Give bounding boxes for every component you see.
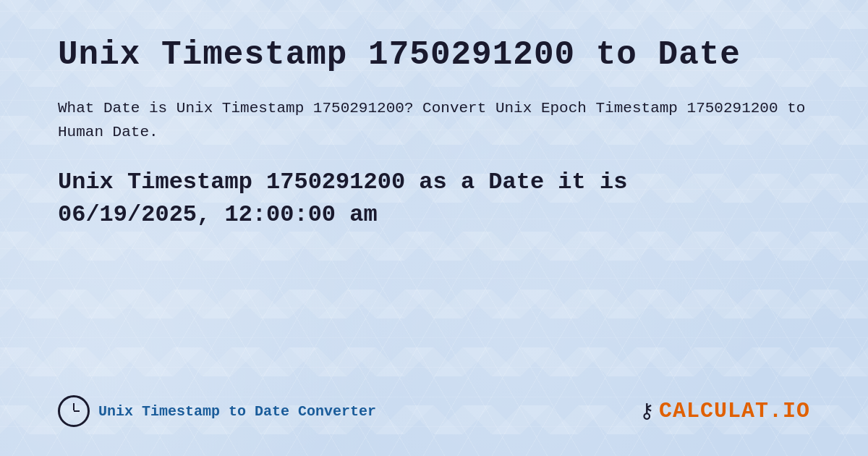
result-text: Unix Timestamp 1750291200 as a Date it i…: [58, 166, 810, 232]
page-content: Unix Timestamp 1750291200 to Date What D…: [0, 0, 868, 456]
footer: Unix Timestamp to Date Converter ⚷ CALCU…: [58, 381, 810, 427]
page-title: Unix Timestamp 1750291200 to Date: [58, 36, 810, 75]
key-icon: ⚷: [639, 399, 655, 423]
footer-converter-label: Unix Timestamp to Date Converter: [98, 403, 376, 420]
page-description: What Date is Unix Timestamp 1750291200? …: [58, 96, 810, 145]
result-line2: 06/19/2025, 12:00:00 am: [58, 199, 810, 232]
top-section: Unix Timestamp 1750291200 to Date What D…: [58, 36, 810, 145]
clock-icon: [58, 395, 90, 427]
result-line1: Unix Timestamp 1750291200 as a Date it i…: [58, 166, 810, 199]
logo-text: CALCULAT.IO: [659, 399, 810, 423]
logo-accent: .IO: [769, 399, 810, 423]
logo-section: ⚷ CALCULAT.IO: [639, 399, 810, 423]
result-section: Unix Timestamp 1750291200 as a Date it i…: [58, 166, 810, 232]
footer-left: Unix Timestamp to Date Converter: [58, 395, 376, 427]
logo-main: CALCULAT: [659, 399, 769, 423]
